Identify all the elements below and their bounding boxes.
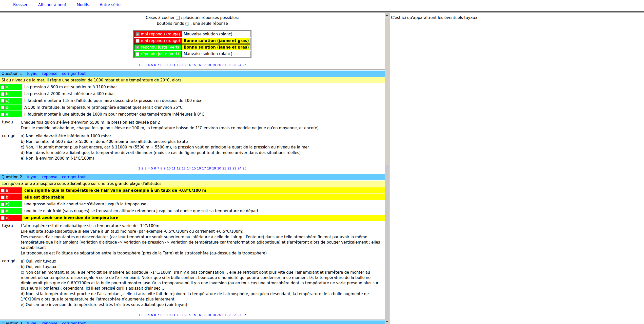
page-link[interactable]: 22 — [227, 166, 231, 170]
answer-checkbox[interactable] — [1, 113, 5, 116]
reponse-link[interactable]: réponse — [42, 71, 57, 76]
page-link[interactable]: 21 — [222, 63, 226, 67]
page-link[interactable]: 18 — [207, 313, 211, 317]
page-link[interactable]: 12 — [177, 313, 181, 317]
page-link[interactable]: 16 — [197, 63, 201, 67]
page-link[interactable]: 11 — [172, 166, 175, 170]
tuyau-link[interactable]: tuyau — [27, 71, 37, 76]
reponse-link[interactable]: réponse — [42, 175, 57, 179]
page-link[interactable]: 12 — [177, 166, 181, 170]
page-link[interactable]: 17 — [202, 166, 206, 170]
answer-checkbox[interactable] — [1, 189, 5, 192]
page-link[interactable]: 5 — [151, 313, 153, 317]
page-link[interactable]: 14 — [187, 63, 191, 67]
page-link[interactable]: 1 — [138, 166, 140, 170]
page-link[interactable]: 20 — [217, 166, 221, 170]
corriger-tout-link[interactable]: corriger tout — [62, 321, 86, 324]
page-link[interactable]: 6 — [154, 166, 156, 170]
page-link[interactable]: 13 — [182, 313, 186, 317]
page-link[interactable]: 19 — [212, 166, 216, 170]
page-link[interactable]: 17 — [202, 63, 206, 67]
page-link[interactable]: 15 — [192, 313, 196, 317]
page-link[interactable]: 7 — [157, 166, 159, 170]
page-link[interactable]: 9 — [164, 166, 166, 170]
page-link[interactable]: 22 — [227, 313, 231, 317]
page-link[interactable]: 10 — [167, 313, 171, 317]
scroll-down-button[interactable] — [385, 320, 389, 324]
page-link[interactable]: 23 — [232, 166, 236, 170]
page-link[interactable]: 9 — [164, 313, 166, 317]
page-link[interactable]: 8 — [161, 313, 163, 317]
page-link[interactable]: 8 — [161, 166, 163, 170]
page-link[interactable]: 2 — [141, 166, 143, 170]
page-link[interactable]: 1 — [138, 313, 140, 317]
page-link[interactable]: 3 — [145, 166, 147, 170]
page-link[interactable]: 5 — [151, 166, 153, 170]
page-link[interactable]: 20 — [217, 313, 221, 317]
page-link[interactable]: 25 — [243, 166, 246, 170]
answer-checkbox[interactable] — [1, 92, 5, 96]
page-link[interactable]: 24 — [238, 166, 241, 170]
page-link[interactable]: 6 — [154, 63, 156, 67]
scrollbar-thumb[interactable] — [385, 17, 389, 165]
answer-checkbox[interactable] — [1, 202, 5, 206]
page-link[interactable]: 24 — [238, 313, 241, 317]
page-link[interactable]: 24 — [238, 63, 241, 67]
page-link[interactable]: 1 — [138, 63, 140, 67]
page-link[interactable]: 20 — [217, 63, 221, 67]
tuyau-link[interactable]: tuyau — [27, 321, 37, 324]
page-link[interactable]: 10 — [167, 63, 171, 67]
page-link[interactable]: 5 — [151, 63, 153, 67]
page-link[interactable]: 6 — [154, 313, 156, 317]
page-link[interactable]: 7 — [157, 63, 159, 67]
page-link[interactable]: 23 — [232, 313, 236, 317]
scroll-up-button[interactable] — [385, 13, 389, 17]
page-link[interactable]: 2 — [141, 313, 143, 317]
answer-checkbox[interactable] — [1, 196, 5, 199]
page-link[interactable]: 14 — [187, 166, 191, 170]
page-link[interactable]: 15 — [192, 166, 196, 170]
vertical-scrollbar[interactable] — [385, 13, 389, 324]
nav-link-4[interactable]: Autre série — [100, 3, 121, 7]
page-link[interactable]: 2 — [141, 63, 143, 67]
nav-link-2[interactable]: Afficher à neuf — [38, 3, 66, 7]
page-link[interactable]: 11 — [172, 63, 175, 67]
answer-checkbox[interactable] — [1, 85, 5, 89]
corriger-tout-link[interactable]: corriger tout — [62, 71, 86, 76]
answer-checkbox[interactable] — [1, 216, 5, 220]
page-link[interactable]: 8 — [161, 63, 163, 67]
page-link[interactable]: 22 — [227, 63, 231, 67]
page-link[interactable]: 25 — [243, 63, 246, 67]
corriger-tout-link[interactable]: corriger tout — [62, 175, 86, 179]
page-link[interactable]: 18 — [207, 63, 211, 67]
answer-checkbox[interactable] — [1, 209, 5, 213]
page-link[interactable]: 25 — [243, 313, 246, 317]
reponse-link[interactable]: réponse — [42, 321, 57, 324]
page-link[interactable]: 13 — [182, 166, 186, 170]
page-link[interactable]: 17 — [202, 313, 206, 317]
tuyau-link[interactable]: tuyau — [27, 175, 37, 179]
page-link[interactable]: 18 — [207, 166, 211, 170]
page-link[interactable]: 4 — [148, 313, 150, 317]
page-link[interactable]: 4 — [148, 63, 150, 67]
page-link[interactable]: 11 — [172, 313, 175, 317]
page-link[interactable]: 21 — [222, 166, 226, 170]
page-link[interactable]: 9 — [164, 63, 166, 67]
page-link[interactable]: 16 — [197, 313, 201, 317]
page-link[interactable]: 13 — [182, 63, 186, 67]
page-link[interactable]: 14 — [187, 313, 191, 317]
nav-link-1[interactable]: Brasser — [13, 3, 28, 7]
page-link[interactable]: 7 — [157, 313, 159, 317]
page-link[interactable]: 3 — [145, 313, 147, 317]
page-link[interactable]: 3 — [145, 63, 147, 67]
page-link[interactable]: 15 — [192, 63, 196, 67]
scrollbar-track[interactable] — [385, 17, 389, 320]
page-link[interactable]: 10 — [167, 166, 171, 170]
page-link[interactable]: 12 — [177, 63, 181, 67]
page-link[interactable]: 4 — [148, 166, 150, 170]
page-link[interactable]: 16 — [197, 166, 201, 170]
page-link[interactable]: 21 — [222, 313, 226, 317]
nav-link-3[interactable]: Modifs — [77, 3, 89, 7]
page-link[interactable]: 23 — [232, 63, 236, 67]
answer-checkbox[interactable] — [1, 99, 5, 103]
